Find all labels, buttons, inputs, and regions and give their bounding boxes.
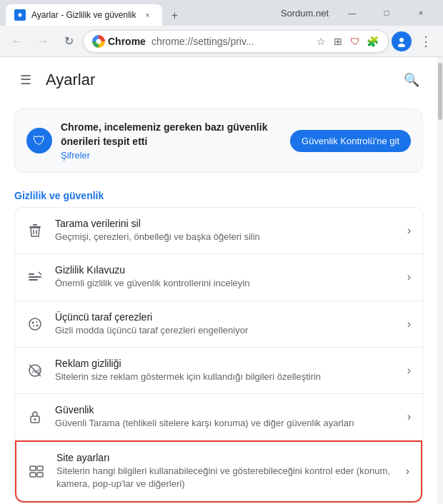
browser-menu-button[interactable]: ⋮ [414, 30, 437, 53]
svg-rect-5 [33, 224, 37, 226]
security-title: Güvenlik [55, 404, 396, 415]
chevron-right-icon: › [407, 224, 411, 237]
svg-rect-24 [37, 473, 43, 477]
reload-button[interactable]: ↻ [57, 30, 80, 53]
svg-point-15 [33, 325, 34, 326]
minimize-button[interactable]: — [336, 1, 369, 24]
svg-rect-22 [37, 466, 43, 470]
site-settings-icon [28, 463, 45, 480]
layers-icon[interactable]: ⊞ [331, 34, 345, 49]
site-settings-title: Site ayarları [56, 452, 394, 463]
settings-content: ☰ Ayarlar 🔍 🛡 Chrome, incelemeniz gereke… [0, 57, 437, 504]
svg-rect-10 [29, 279, 38, 281]
security-check-button[interactable]: Güvenlik Kontrolü'ne git [290, 130, 411, 152]
site-settings-item[interactable]: Site ayarları Sitelerin hangi bilgileri … [15, 440, 422, 502]
privacy-guide-text: Gizlilik Kılavuzu Önemli gizlilik ve güv… [55, 264, 396, 290]
chrome-logo-icon [92, 35, 105, 48]
chevron-right-icon: › [407, 410, 411, 423]
svg-point-12 [32, 321, 34, 323]
banner-title: Chrome, incelemeniz gereken bazı güvenli… [61, 121, 282, 148]
scrollbar-thumb[interactable] [438, 63, 442, 120]
address-bar-icons: Chrome [92, 35, 146, 48]
ad-privacy-desc: Sitelerin size reklam göstermek için kul… [55, 371, 396, 383]
shield-addon-icon[interactable]: 🛡 [348, 34, 362, 49]
back-button[interactable]: ← [6, 30, 29, 53]
address-bar[interactable]: Chrome chrome://settings/priv... ☆ ⊞ 🛡 🧩 [83, 30, 389, 53]
puzzle-icon[interactable]: 🧩 [365, 34, 379, 49]
hamburger-icon: ☰ [20, 72, 31, 88]
shield-symbol: 🛡 [33, 133, 46, 148]
cookies-title: Üçüncü taraf çerezleri [55, 311, 396, 323]
ad-privacy-text: Reklam gizliliği Sitelerin size reklam g… [55, 358, 396, 383]
shield-icon: 🛡 [26, 128, 52, 153]
security-text: Güvenlik Güvenli Tarama (tehlikeli sitel… [55, 404, 396, 430]
cookies-desc: Gizli modda üçüncü taraf çerezleri engel… [55, 324, 396, 337]
address-bar-actions: ☆ ⊞ 🛡 🧩 [314, 34, 379, 49]
site-settings-desc: Sitelerin hangi bilgileri kullanabileceğ… [56, 465, 394, 490]
bookmark-icon[interactable]: ☆ [314, 34, 328, 49]
svg-point-14 [36, 324, 39, 326]
privacy-guide-item[interactable]: Gizlilik Kılavuzu Önemli gizlilik ve güv… [15, 254, 422, 301]
svg-rect-9 [29, 276, 41, 278]
security-item[interactable]: Güvenlik Güvenli Tarama (tehlikeli sitel… [15, 394, 422, 440]
page-header: ☰ Ayarlar 🔍 [14, 69, 423, 94]
new-tab-button[interactable]: + [165, 6, 185, 26]
address-text: chrome://settings/priv... [151, 36, 308, 47]
banner-subtitle-link[interactable]: Şifreler [61, 150, 282, 161]
site-name: Sordum.net [275, 8, 334, 19]
hamburger-menu-button[interactable]: ☰ [14, 69, 37, 91]
svg-point-2 [399, 38, 404, 42]
svg-rect-23 [30, 473, 36, 477]
third-party-cookies-item[interactable]: Üçüncü taraf çerezleri Gizli modda üçünc… [15, 301, 422, 348]
title-bar: Ayarlar - Gizlilik ve güvenlik × + Sordu… [0, 0, 443, 26]
site-settings-text: Site ayarları Sitelerin hangi bilgileri … [56, 452, 394, 490]
ad-privacy-title: Reklam gizliliği [55, 358, 396, 369]
reload-icon: ↻ [64, 34, 74, 48]
svg-point-20 [34, 418, 36, 420]
back-icon: ← [11, 35, 23, 48]
chevron-right-icon: › [407, 271, 411, 283]
forward-icon: → [37, 35, 49, 48]
forward-button[interactable]: → [31, 30, 54, 53]
privacy-guide-icon [26, 268, 44, 286]
window-controls: Sordum.net — □ × [275, 1, 437, 24]
page-content: ☰ Ayarlar 🔍 🛡 Chrome, incelemeniz gereke… [0, 57, 443, 504]
svg-point-11 [29, 318, 41, 330]
privacy-guide-title: Gizlilik Kılavuzu [55, 264, 396, 276]
svg-rect-8 [29, 273, 34, 275]
cookies-text: Üçüncü taraf çerezleri Gizli modda üçünc… [55, 311, 396, 337]
svg-point-1 [19, 14, 22, 17]
scrollbar-track[interactable] [437, 57, 443, 504]
chevron-right-icon: › [406, 465, 409, 478]
privacy-security-menu: Tarama verilerini sil Geçmişi, çerezleri… [14, 207, 423, 503]
chevron-right-icon: › [407, 364, 411, 377]
tab-close-button[interactable]: × [142, 9, 154, 21]
tab-favicon [14, 9, 26, 21]
browsing-data-desc: Geçmişi, çerezleri, önbelleği ve başka ö… [55, 231, 396, 243]
maximize-button[interactable]: □ [370, 1, 403, 24]
settings-search-button[interactable]: 🔍 [400, 69, 423, 91]
cookies-icon [26, 316, 44, 333]
browsing-data-text: Tarama verilerini sil Geçmişi, çerezleri… [55, 218, 396, 243]
page-title: Ayarlar [46, 71, 95, 89]
tab-area: Ayarlar - Gizlilik ve güvenlik × + [6, 0, 275, 26]
browsing-data-title: Tarama verilerini sil [55, 218, 396, 229]
browsing-data-item[interactable]: Tarama verilerini sil Geçmişi, çerezleri… [15, 208, 422, 254]
lock-icon [26, 408, 44, 425]
search-icon: 🔍 [404, 72, 419, 88]
tab-title: Ayarlar - Gizlilik ve güvenlik [31, 10, 136, 20]
svg-rect-21 [30, 466, 36, 470]
ad-privacy-icon: Ad [26, 362, 44, 379]
chrome-label: Chrome [108, 36, 146, 47]
security-banner: 🛡 Chrome, incelemeniz gereken bazı güven… [14, 109, 423, 173]
profile-button[interactable] [392, 31, 412, 51]
active-tab[interactable]: Ayarlar - Gizlilik ve güvenlik × [6, 4, 162, 26]
svg-point-3 [398, 44, 405, 47]
header-left: ☰ Ayarlar [14, 69, 95, 91]
ad-privacy-item[interactable]: Ad Reklam gizliliği Sitelerin size rekla… [15, 348, 422, 394]
banner-text: Chrome, incelemeniz gereken bazı güvenli… [61, 121, 282, 161]
browser-toolbar: ← → ↻ Chrome chrome://settings/priv... ☆… [0, 26, 443, 57]
close-button[interactable]: × [404, 1, 437, 24]
chevron-right-icon: › [407, 318, 411, 331]
security-desc: Güvenli Tarama (tehlikeli sitelere karşı… [55, 417, 396, 430]
